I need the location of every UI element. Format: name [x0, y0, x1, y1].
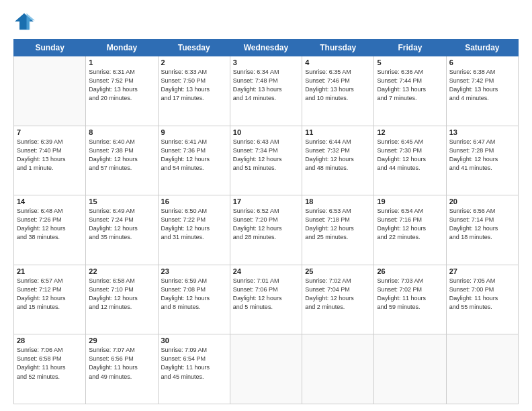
day-number: 12 [377, 128, 443, 136]
day-of-week-monday: Monday [86, 40, 158, 56]
day-info: Sunrise: 6:41 AMSunset: 7:36 PMDaylight:… [161, 138, 227, 173]
calendar-week-3: 21Sunrise: 6:57 AMSunset: 7:12 PMDayligh… [14, 265, 519, 334]
calendar-cell: 18Sunrise: 6:53 AMSunset: 7:18 PMDayligh… [302, 195, 374, 265]
day-number: 24 [233, 267, 299, 275]
day-number: 18 [305, 197, 371, 205]
logo [13, 12, 38, 31]
logo-icon [13, 12, 35, 31]
day-info: Sunrise: 7:09 AMSunset: 6:54 PMDaylight:… [161, 346, 227, 381]
calendar-cell: 20Sunrise: 6:56 AMSunset: 7:14 PMDayligh… [446, 195, 518, 265]
calendar-week-0: 1Sunrise: 6:31 AMSunset: 7:52 PMDaylight… [14, 56, 519, 126]
day-of-week-wednesday: Wednesday [230, 40, 302, 56]
calendar-cell: 21Sunrise: 6:57 AMSunset: 7:12 PMDayligh… [14, 265, 86, 334]
day-info: Sunrise: 7:03 AMSunset: 7:02 PMDaylight:… [377, 277, 443, 312]
day-info: Sunrise: 6:56 AMSunset: 7:14 PMDaylight:… [449, 207, 515, 242]
day-info: Sunrise: 6:53 AMSunset: 7:18 PMDaylight:… [305, 207, 371, 242]
calendar-cell: 22Sunrise: 6:58 AMSunset: 7:10 PMDayligh… [86, 265, 158, 334]
day-info: Sunrise: 6:59 AMSunset: 7:08 PMDaylight:… [161, 277, 227, 312]
day-number: 21 [17, 267, 83, 275]
calendar-cell: 11Sunrise: 6:44 AMSunset: 7:32 PMDayligh… [302, 126, 374, 195]
day-info: Sunrise: 6:58 AMSunset: 7:10 PMDaylight:… [89, 277, 154, 312]
calendar-cell: 17Sunrise: 6:52 AMSunset: 7:20 PMDayligh… [230, 195, 302, 265]
day-number: 2 [161, 58, 227, 66]
day-info: Sunrise: 6:33 AMSunset: 7:50 PMDaylight:… [161, 68, 227, 103]
day-of-week-thursday: Thursday [302, 40, 374, 56]
calendar-cell: 2Sunrise: 6:33 AMSunset: 7:50 PMDaylight… [158, 56, 230, 126]
day-info: Sunrise: 7:05 AMSunset: 7:00 PMDaylight:… [449, 277, 515, 312]
calendar-cell: 26Sunrise: 7:03 AMSunset: 7:02 PMDayligh… [374, 265, 446, 334]
calendar-cell: 3Sunrise: 6:34 AMSunset: 7:48 PMDaylight… [230, 56, 302, 126]
calendar-cell: 14Sunrise: 6:48 AMSunset: 7:26 PMDayligh… [14, 195, 86, 265]
day-number: 23 [161, 267, 227, 275]
day-info: Sunrise: 6:34 AMSunset: 7:48 PMDaylight:… [233, 68, 299, 103]
day-number: 15 [89, 197, 154, 205]
day-number: 28 [17, 336, 83, 345]
calendar-week-1: 7Sunrise: 6:39 AMSunset: 7:40 PMDaylight… [14, 126, 519, 195]
calendar-body: 1Sunrise: 6:31 AMSunset: 7:52 PMDaylight… [14, 56, 519, 404]
calendar-header: SundayMondayTuesdayWednesdayThursdayFrid… [14, 40, 519, 56]
day-number: 5 [377, 58, 443, 66]
calendar-cell: 19Sunrise: 6:54 AMSunset: 7:16 PMDayligh… [374, 195, 446, 265]
day-of-week-saturday: Saturday [446, 40, 518, 56]
day-number: 7 [17, 128, 83, 136]
svg-marker-0 [15, 13, 34, 30]
calendar-cell: 5Sunrise: 6:36 AMSunset: 7:44 PMDaylight… [374, 56, 446, 126]
day-of-week-friday: Friday [374, 40, 446, 56]
day-info: Sunrise: 6:31 AMSunset: 7:52 PMDaylight:… [89, 68, 154, 103]
day-info: Sunrise: 7:02 AMSunset: 7:04 PMDaylight:… [305, 277, 371, 312]
day-number: 1 [89, 58, 154, 66]
day-info: Sunrise: 6:35 AMSunset: 7:46 PMDaylight:… [305, 68, 371, 103]
day-info: Sunrise: 6:39 AMSunset: 7:40 PMDaylight:… [17, 138, 83, 173]
calendar-cell: 12Sunrise: 6:45 AMSunset: 7:30 PMDayligh… [374, 126, 446, 195]
day-number: 19 [377, 197, 443, 205]
calendar-cell: 24Sunrise: 7:01 AMSunset: 7:06 PMDayligh… [230, 265, 302, 334]
day-info: Sunrise: 6:38 AMSunset: 7:42 PMDaylight:… [449, 68, 515, 103]
calendar-cell: 6Sunrise: 6:38 AMSunset: 7:42 PMDaylight… [446, 56, 518, 126]
day-number: 17 [233, 197, 299, 205]
calendar-cell: 15Sunrise: 6:49 AMSunset: 7:24 PMDayligh… [86, 195, 158, 265]
calendar-cell: 4Sunrise: 6:35 AMSunset: 7:46 PMDaylight… [302, 56, 374, 126]
calendar-cell [302, 334, 374, 404]
calendar-table: SundayMondayTuesdayWednesdayThursdayFrid… [13, 39, 519, 404]
day-number: 27 [449, 267, 515, 275]
calendar-cell: 8Sunrise: 6:40 AMSunset: 7:38 PMDaylight… [86, 126, 158, 195]
day-info: Sunrise: 6:40 AMSunset: 7:38 PMDaylight:… [89, 138, 154, 173]
calendar-cell: 27Sunrise: 7:05 AMSunset: 7:00 PMDayligh… [446, 265, 518, 334]
calendar-cell: 10Sunrise: 6:43 AMSunset: 7:34 PMDayligh… [230, 126, 302, 195]
day-number: 22 [89, 267, 154, 275]
day-of-week-sunday: Sunday [14, 40, 86, 56]
calendar-cell: 16Sunrise: 6:50 AMSunset: 7:22 PMDayligh… [158, 195, 230, 265]
day-info: Sunrise: 6:50 AMSunset: 7:22 PMDaylight:… [161, 207, 227, 242]
calendar-cell [374, 334, 446, 404]
calendar-cell [446, 334, 518, 404]
calendar-cell: 1Sunrise: 6:31 AMSunset: 7:52 PMDaylight… [86, 56, 158, 126]
day-number: 13 [449, 128, 515, 136]
day-number: 9 [161, 128, 227, 136]
day-info: Sunrise: 7:06 AMSunset: 6:58 PMDaylight:… [17, 346, 83, 381]
day-info: Sunrise: 6:47 AMSunset: 7:28 PMDaylight:… [449, 138, 515, 173]
day-number: 26 [377, 267, 443, 275]
day-info: Sunrise: 7:01 AMSunset: 7:06 PMDaylight:… [233, 277, 299, 312]
day-number: 25 [305, 267, 371, 275]
day-info: Sunrise: 6:44 AMSunset: 7:32 PMDaylight:… [305, 138, 371, 173]
day-number: 3 [233, 58, 299, 66]
day-number: 20 [449, 197, 515, 205]
day-info: Sunrise: 6:54 AMSunset: 7:16 PMDaylight:… [377, 207, 443, 242]
day-info: Sunrise: 6:36 AMSunset: 7:44 PMDaylight:… [377, 68, 443, 103]
calendar-cell: 25Sunrise: 7:02 AMSunset: 7:04 PMDayligh… [302, 265, 374, 334]
day-number: 4 [305, 58, 371, 66]
calendar-cell [230, 334, 302, 404]
calendar-cell: 23Sunrise: 6:59 AMSunset: 7:08 PMDayligh… [158, 265, 230, 334]
calendar-cell: 9Sunrise: 6:41 AMSunset: 7:36 PMDaylight… [158, 126, 230, 195]
day-number: 10 [233, 128, 299, 136]
day-number: 29 [89, 336, 154, 345]
day-number: 16 [161, 197, 227, 205]
calendar-cell: 29Sunrise: 7:07 AMSunset: 6:56 PMDayligh… [86, 334, 158, 404]
day-info: Sunrise: 7:07 AMSunset: 6:56 PMDaylight:… [89, 346, 154, 381]
day-of-week-tuesday: Tuesday [158, 40, 230, 56]
days-of-week-row: SundayMondayTuesdayWednesdayThursdayFrid… [14, 40, 519, 56]
header [13, 12, 519, 31]
calendar-cell: 28Sunrise: 7:06 AMSunset: 6:58 PMDayligh… [14, 334, 86, 404]
day-info: Sunrise: 6:52 AMSunset: 7:20 PMDaylight:… [233, 207, 299, 242]
calendar-cell: 13Sunrise: 6:47 AMSunset: 7:28 PMDayligh… [446, 126, 518, 195]
